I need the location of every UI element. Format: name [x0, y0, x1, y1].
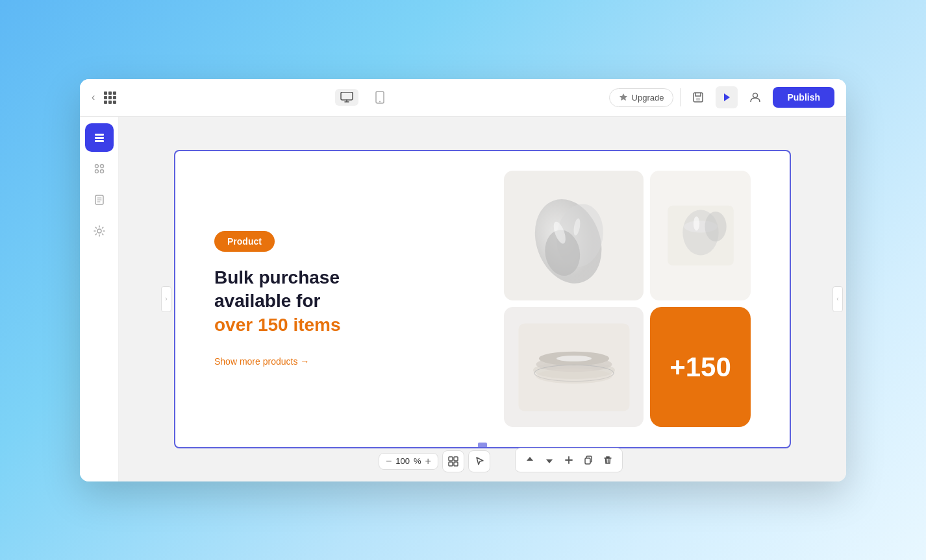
svg-rect-0 [341, 92, 353, 100]
upgrade-label: Upgrade [632, 93, 664, 103]
svg-point-12 [95, 169, 98, 173]
element-controls [515, 448, 623, 472]
show-more-link[interactable]: Show more products → [214, 356, 341, 367]
move-down-button[interactable] [540, 451, 558, 469]
sidebar-item-settings[interactable] [85, 217, 114, 245]
zoom-in-button[interactable]: + [425, 456, 431, 467]
right-collapse-handle[interactable]: ‹ [832, 286, 843, 312]
product-image-bottom-left [504, 307, 644, 427]
add-element-button[interactable] [560, 451, 578, 469]
save-icon-button[interactable] [687, 86, 709, 108]
canvas-content: Product Bulk purchase available for over… [174, 150, 791, 448]
product-section: Product Bulk purchase available for over… [175, 151, 790, 447]
zoom-percent: 100 [395, 456, 410, 466]
title-line1: Bulk purchase [214, 267, 340, 287]
svg-marker-5 [724, 93, 730, 101]
product-title: Bulk purchase available for over 150 ite… [214, 266, 341, 337]
sidebar-item-layers[interactable] [85, 123, 114, 152]
publish-button[interactable]: Publish [773, 87, 834, 108]
svg-rect-4 [696, 98, 700, 101]
title-line3-orange: over 150 items [214, 315, 341, 335]
topbar: ‹ [80, 79, 846, 117]
product-badge: Product [214, 231, 275, 252]
svg-rect-33 [449, 457, 453, 461]
svg-rect-9 [95, 140, 104, 142]
plus-count-label: +150 [669, 352, 731, 383]
divider [680, 88, 681, 106]
svg-point-11 [100, 164, 103, 167]
svg-point-24 [693, 216, 699, 230]
upgrade-button[interactable]: Upgrade [609, 88, 674, 107]
copy-element-button[interactable] [579, 451, 597, 469]
user-icon-button[interactable] [744, 86, 766, 108]
product-count-box: +150 [650, 307, 751, 427]
mobile-device-icon[interactable] [370, 88, 390, 107]
apps-icon[interactable] [104, 91, 116, 104]
title-line2: available for [214, 291, 320, 311]
svg-rect-38 [585, 458, 590, 464]
product-image-grid: +150 [504, 171, 751, 427]
delete-element-button[interactable] [599, 451, 617, 469]
svg-rect-7 [95, 134, 104, 136]
back-icon[interactable]: ‹ [92, 91, 95, 103]
grid-view-button[interactable] [442, 450, 464, 472]
svg-point-32 [536, 368, 612, 383]
svg-point-30 [557, 356, 592, 361]
preview-icon-button[interactable] [716, 86, 738, 108]
svg-rect-35 [449, 462, 453, 466]
move-up-button[interactable] [521, 451, 539, 469]
svg-point-10 [95, 164, 98, 167]
svg-point-15 [97, 229, 101, 233]
product-image-top-right [650, 171, 751, 300]
svg-point-25 [705, 212, 726, 241]
left-collapse-handle[interactable]: › [161, 286, 171, 312]
svg-point-2 [379, 101, 381, 103]
svg-rect-34 [454, 457, 458, 461]
sidebar [80, 117, 119, 481]
zoom-control: − 100 % + [379, 453, 438, 470]
canvas-resize-handle[interactable] [478, 443, 487, 448]
svg-point-6 [753, 93, 758, 98]
zoom-unit: % [414, 456, 421, 466]
svg-rect-36 [454, 462, 458, 466]
product-image-main [504, 171, 644, 300]
sidebar-item-pages[interactable] [85, 186, 114, 214]
zoom-out-button[interactable]: − [386, 456, 392, 467]
product-text: Product Bulk purchase available for over… [214, 231, 341, 367]
svg-rect-8 [95, 137, 104, 139]
svg-point-13 [100, 169, 103, 173]
canvas-wrapper: › ‹ Product Bulk purchase available for … [119, 117, 846, 481]
bottom-toolbar: − 100 % + [379, 450, 490, 472]
desktop-device-icon[interactable] [335, 89, 358, 106]
main-area: › ‹ Product Bulk purchase available for … [80, 117, 846, 481]
sidebar-item-components[interactable] [85, 154, 114, 183]
cursor-button[interactable] [468, 450, 490, 472]
browser-window: ‹ [80, 79, 846, 481]
